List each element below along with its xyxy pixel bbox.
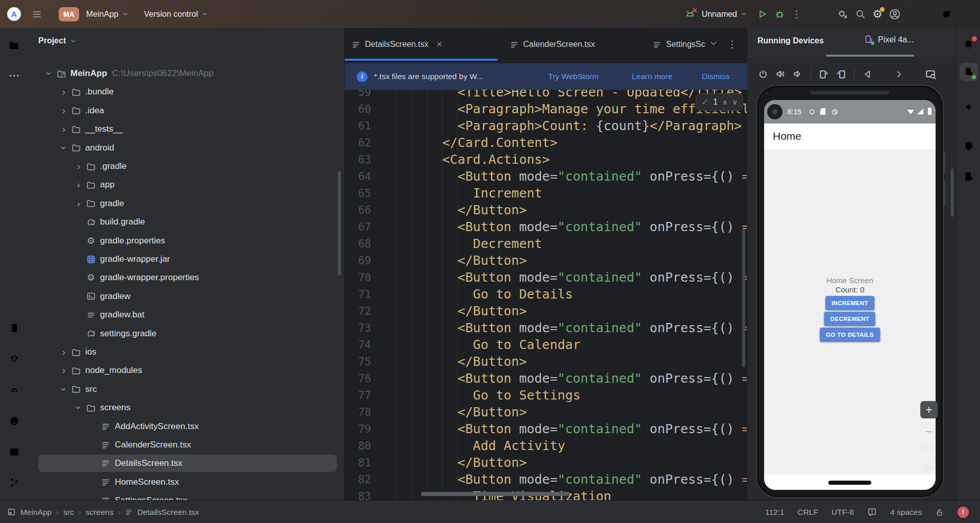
tree-chevron-icon[interactable]: › (73, 198, 84, 209)
unlocked-padlock-icon[interactable] (935, 508, 944, 517)
zoom-reset-button[interactable]: 1:1 (920, 440, 938, 455)
breadcrumb[interactable]: MeinApp› src› screens› DetailsScreen.tsx (0, 508, 199, 517)
tree-chevron-icon[interactable]: › (73, 161, 84, 172)
device-manager-icon[interactable] (5, 319, 23, 337)
code-line-64[interactable]: 64 <Button mode="contained" onPress={() … (345, 168, 747, 185)
code-line-60[interactable]: 60 <Paragraph>Manage your time efficient… (345, 101, 747, 117)
decrement-button[interactable]: DECREMENT (824, 312, 875, 326)
prev-occurrence-icon[interactable]: ∧ (722, 98, 727, 106)
code-line-62[interactable]: 62 </Card.Content> (345, 134, 747, 151)
code-line-82[interactable]: 82 <Button mode="contained" onPress={() … (345, 471, 747, 488)
tree-item-calenderscreen-tsx[interactable]: CalenderScreen.tsx (38, 436, 337, 454)
increment-button[interactable]: INCREMENT (825, 296, 874, 310)
run-configuration-select[interactable]: Unnamed (702, 10, 747, 19)
code-line-76[interactable]: 76 <Button mode="contained" onPress={() … (345, 370, 747, 387)
try-webstorm-link[interactable]: Try WebStorm (548, 72, 599, 81)
notifications-bell-icon[interactable] (960, 35, 978, 54)
more-actions-icon[interactable]: ⋮ (788, 6, 805, 23)
tree-item-detailsscreen-tsx[interactable]: DetailsScreen.tsx (38, 455, 337, 472)
code-line-79[interactable]: 79 <Button mode="contained" onPress={() … (345, 420, 747, 437)
screenshot-icon[interactable] (922, 65, 939, 83)
code-line-63[interactable]: 63 <Card.Actions> (345, 151, 747, 168)
rotate-left-icon[interactable] (815, 65, 832, 83)
profile-avatar-icon[interactable] (886, 6, 903, 23)
tree-chevron-icon[interactable]: › (58, 86, 69, 97)
tree-item-ios[interactable]: ›ios (38, 343, 337, 361)
project-scrollbar[interactable] (338, 171, 341, 276)
tree-item-gradle-wrapper-properties[interactable]: ⚙gradle-wrapper.properties (38, 269, 337, 286)
code-line-73[interactable]: 73 <Button mode="contained" onPress={() … (345, 319, 747, 336)
tree-item-src[interactable]: ›src (38, 381, 337, 398)
tree-item-node-modules[interactable]: ›node_modules (38, 362, 337, 379)
tree-item-screens[interactable]: ›screens (38, 399, 337, 416)
zoom-in-button[interactable]: + (920, 401, 938, 418)
forward-chevron-icon[interactable] (890, 65, 908, 83)
rotate-right-icon[interactable] (832, 65, 850, 83)
project-panel-header[interactable]: Project (38, 36, 77, 45)
code-line-72[interactable]: 72 </Button> (345, 303, 747, 319)
tree-item-gradlew[interactable]: gradlew (38, 288, 337, 305)
search-everywhere-icon[interactable] (851, 6, 869, 23)
settings-gear-icon[interactable]: ⚙ (869, 6, 886, 23)
tree-item-gradle-properties[interactable]: ⚙gradle.properties (38, 232, 337, 250)
code-line-81[interactable]: 81 </Button> (345, 454, 747, 471)
tree-chevron-icon[interactable]: › (58, 384, 69, 395)
zoom-out-button[interactable]: − (920, 428, 938, 436)
tree-chevron-icon[interactable]: › (58, 105, 69, 116)
code-line-66[interactable]: 66 </Button> (345, 202, 747, 218)
code-line-77[interactable]: 77 Go to Settings (345, 387, 747, 404)
tab-list-chevron-icon[interactable] (709, 39, 718, 47)
tree-item--tests-[interactable]: ›__tests__ (38, 120, 337, 138)
tree-item-build-gradle[interactable]: build.gradle (38, 213, 337, 231)
tree-item-gradle[interactable]: ›gradle (38, 195, 337, 212)
device-tab-pixel4a[interactable]: Pixel 4a... (864, 35, 914, 44)
inspections-widget[interactable]: ✓ 1 ∧ ∨ (696, 93, 743, 111)
tree-item--bundle[interactable]: ›.bundle (38, 83, 337, 101)
code-line-74[interactable]: 74 Go to Calendar (345, 336, 747, 353)
logcat-android-icon[interactable] (5, 380, 23, 399)
window-close-button[interactable] (958, 0, 980, 28)
more-tool-windows-icon[interactable]: ⋯ (5, 66, 23, 85)
tab-settingsscreen[interactable]: SettingsSc (646, 28, 737, 61)
caret-position[interactable]: 112:1 (765, 508, 785, 517)
tree-chevron-icon[interactable]: › (58, 365, 69, 376)
device-explorer-icon[interactable] (960, 167, 978, 186)
main-menu-hamburger-icon[interactable] (28, 6, 45, 23)
project-name-menu[interactable]: MeinApp (86, 10, 129, 19)
code-line-70[interactable]: 70 <Button mode="contained" onPress={() … (345, 269, 747, 286)
code-line-61[interactable]: 61 <Paragraph>Count: {count}</Paragraph> (345, 117, 747, 134)
tree-chevron-icon[interactable]: › (73, 402, 84, 413)
shield-check-icon[interactable] (960, 137, 978, 155)
tree-chevron-icon[interactable]: › (58, 123, 69, 135)
code-line-78[interactable]: 78 </Button> (345, 404, 747, 420)
device-power-icon[interactable] (754, 65, 772, 83)
tree-item-android[interactable]: ›android (38, 139, 337, 157)
window-minimize-button[interactable] (913, 0, 935, 28)
code-line-80[interactable]: 80 Add Activity (345, 437, 747, 454)
code-line-67[interactable]: 67 <Button mode="contained" onPress={() … (345, 218, 747, 235)
tree-item-meinapp[interactable]: ›MeinAppC:\Users\ps0622\MeinApp (38, 65, 337, 82)
code-line-68[interactable]: 68 Decrement (345, 235, 747, 252)
code-line-69[interactable]: 69 </Button> (345, 252, 747, 269)
tree-item-gradle-wrapper-jar[interactable]: gradle-wrapper.jar (38, 251, 337, 268)
profiler-icon[interactable] (834, 6, 851, 23)
next-occurrence-icon[interactable]: ∨ (732, 98, 737, 106)
tree-item-app[interactable]: ›app (38, 176, 337, 193)
back-button-icon[interactable] (859, 65, 876, 83)
code-line-71[interactable]: 71 Go to Details (345, 286, 747, 303)
gemini-sparkle-icon[interactable] (960, 98, 978, 117)
line-separator[interactable]: CRLF (798, 508, 818, 517)
tab-calenderscreen[interactable]: CalenderScreen.tsx (503, 28, 641, 61)
indent-style[interactable]: 4 spaces (890, 508, 922, 517)
tab-options-icon[interactable]: ⋮ (727, 38, 737, 50)
tree-chevron-icon[interactable]: › (58, 142, 69, 154)
window-restore-button[interactable] (935, 0, 958, 28)
terminal-tool-icon[interactable] (5, 443, 23, 461)
editor-hscrollbar[interactable] (421, 492, 569, 496)
run-button[interactable] (753, 6, 771, 23)
learn-more-link[interactable]: Learn more (632, 72, 672, 81)
tab-close-icon[interactable]: ✕ (436, 40, 443, 49)
devtab-scrollbar[interactable] (826, 55, 914, 57)
home-pill[interactable] (828, 481, 871, 485)
tree-chevron-icon[interactable]: › (43, 68, 55, 79)
